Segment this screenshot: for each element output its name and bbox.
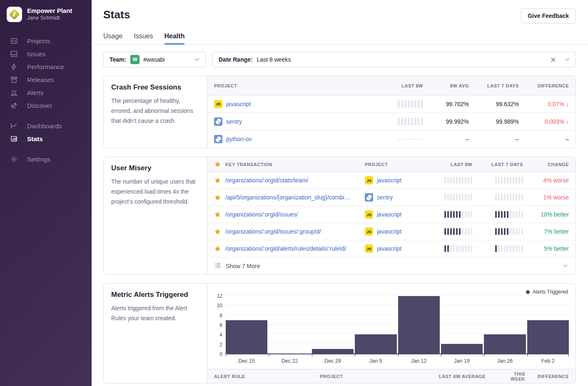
transaction-link[interactable]: /organizations/:orgId/alerts/rules/detai… <box>225 245 346 252</box>
chevron-down-icon[interactable] <box>194 56 200 63</box>
legend-label: Alerts Triggered <box>533 289 568 295</box>
page-content: Team: W #wasabi Date Range: Last 8 weeks <box>92 45 588 384</box>
sparkline-8w <box>398 100 423 108</box>
sidebar-item-stats[interactable]: Stats <box>0 132 92 145</box>
project-link[interactable]: javascript <box>377 228 401 235</box>
star-icon[interactable] <box>214 245 221 252</box>
project-cell: python-ov <box>207 135 380 143</box>
metric-alerts-panel: Metric Alerts Triggered Alerts triggered… <box>103 283 576 384</box>
sparkline-7d <box>495 245 523 252</box>
sidebar-item-projects[interactable]: Projects <box>0 35 92 47</box>
sparkline-7d <box>495 228 523 235</box>
column-header: Change <box>530 162 576 167</box>
sidebar-item-dashboards[interactable]: Dashboards <box>0 120 92 132</box>
project-link[interactable]: javascript <box>377 211 401 218</box>
project-link[interactable]: sentry <box>226 118 242 125</box>
x-tick-label: Jan 19 <box>441 354 483 364</box>
sparkline-cell <box>380 100 430 108</box>
bar-dec-29 <box>312 349 354 354</box>
releases-icon <box>10 76 18 84</box>
project-cell: JSjavascript <box>358 244 428 253</box>
star-icon[interactable] <box>214 228 221 235</box>
transaction-cell: /organizations/:orgId/stats/team/ <box>207 177 358 184</box>
give-feedback-button[interactable]: Give Feedback <box>521 8 576 23</box>
bar-feb-2 <box>527 320 569 354</box>
difference-cell: – <box>526 136 576 142</box>
tab-health[interactable]: Health <box>164 32 185 44</box>
show-more-button[interactable]: Show 7 More <box>207 258 555 274</box>
change-cell: 10% better <box>530 211 576 218</box>
project-link[interactable]: javascript <box>377 245 401 252</box>
user-misery-table: Key TransactionProjectLast 8WLast 7 Days… <box>207 157 576 274</box>
star-icon[interactable] <box>214 194 221 201</box>
team-select[interactable]: Team: W #wasabi <box>103 52 206 67</box>
sparkline-7d <box>495 211 523 218</box>
sparkline-7d <box>495 194 523 201</box>
star-icon[interactable] <box>214 161 221 168</box>
project-link[interactable]: javascript <box>377 177 401 184</box>
js-platform-icon: JS <box>214 100 222 108</box>
bar-jan-19 <box>441 344 483 354</box>
x-tick-label: Jan 12 <box>398 354 440 364</box>
sidebar-item-label: Performance <box>27 63 64 71</box>
transaction-cell: /organizations/:orgId/alerts/rules/detai… <box>207 245 358 252</box>
last-7d-cell: 99.632% <box>476 101 526 107</box>
project-cell: JSjavascript <box>358 227 428 236</box>
sidebar: Empower Plant Jane Schmidt ProjectsIssue… <box>0 0 92 386</box>
sparkline-8w-cell <box>428 177 479 184</box>
transaction-link[interactable]: /organizations/:orgId/stats/team/ <box>225 177 308 184</box>
project-link[interactable]: javascript <box>226 101 251 107</box>
sidebar-item-issues[interactable]: Issues <box>0 47 92 60</box>
column-header: Project <box>358 162 428 167</box>
close-icon[interactable] <box>550 57 556 63</box>
transaction-link[interactable]: /api/0/organizations/{organization_slug}… <box>225 194 351 201</box>
sparkline-7d <box>495 177 523 184</box>
date-range-select[interactable]: Date Range: Last 8 weeks <box>212 52 576 67</box>
sidebar-item-alerts[interactable]: Alerts <box>0 86 92 99</box>
org-switcher[interactable]: Empower Plant Jane Schmidt <box>0 0 92 31</box>
last-7d-cell: – <box>476 136 526 142</box>
sidebar-item-label: Projects <box>27 37 50 45</box>
y-tick-label: 2 <box>219 342 222 348</box>
sidebar-item-performance[interactable]: Performance <box>0 60 92 73</box>
alerts-chart: Alerts Triggered 024681012 Dec 15Dec 22D… <box>207 284 576 383</box>
project-link[interactable]: sentry <box>377 194 393 201</box>
page-header: Stats Give Feedback UsageIssuesHealth <box>92 0 588 45</box>
tab-usage[interactable]: Usage <box>103 32 122 44</box>
chevron-down-icon[interactable] <box>555 262 576 269</box>
y-tick-label: 6 <box>219 322 222 328</box>
team-label: Team: <box>110 56 126 63</box>
x-tick-label: Feb 2 <box>527 354 569 364</box>
tab-issues[interactable]: Issues <box>134 32 153 44</box>
column-header: Last 8W Average <box>426 374 492 379</box>
transaction-link[interactable]: /organizations/:orgId/issues/ <box>225 211 298 218</box>
sidebar-item-discover[interactable]: Discover <box>0 99 92 112</box>
x-tick-label: Jan 5 <box>355 354 396 364</box>
sparkline-8w-cell <box>428 194 479 201</box>
table-row: python-ov––– <box>207 130 576 148</box>
project-link[interactable]: python-ov <box>226 136 252 142</box>
star-icon[interactable] <box>214 211 221 218</box>
sidebar-item-settings[interactable]: Settings <box>0 153 92 166</box>
table-row: /organizations/:orgId/stats/team/JSjavas… <box>207 172 576 189</box>
sidebar-item-releases[interactable]: Releases <box>0 73 92 86</box>
table-header-row: ProjectLast 8W8W AvgLast 7 DaysDifferenc… <box>207 76 576 95</box>
sidebar-item-label: Issues <box>27 50 46 58</box>
project-cell: sentry <box>358 193 428 202</box>
transaction-link[interactable]: /organizations/:orgId/issues/:groupId/ <box>225 228 321 235</box>
change-cell: 7% better <box>530 228 576 235</box>
change-cell: 4% worse <box>530 177 576 184</box>
sparkline-8w <box>444 194 472 201</box>
chevron-down-icon[interactable] <box>564 56 571 63</box>
sparkline-8w <box>444 245 472 252</box>
app-window: Empower Plant Jane Schmidt ProjectsIssue… <box>0 0 588 386</box>
chart-x-axis: Dec 15Dec 22Dec 29Jan 5Jan 12Jan 19Jan 2… <box>226 354 569 364</box>
change-cell: 1% worse <box>530 194 576 201</box>
star-icon[interactable] <box>214 177 221 184</box>
column-header: Last 8W <box>428 162 479 167</box>
show-more-row[interactable]: Show 7 More <box>207 257 576 274</box>
crash-free-sessions-panel: Crash Free Sessions The percentage of he… <box>103 76 576 148</box>
sparkline-7d-cell <box>479 194 530 201</box>
org-logo-icon <box>9 9 20 20</box>
transaction-cell: /organizations/:orgId/issues/:groupId/ <box>207 228 358 235</box>
